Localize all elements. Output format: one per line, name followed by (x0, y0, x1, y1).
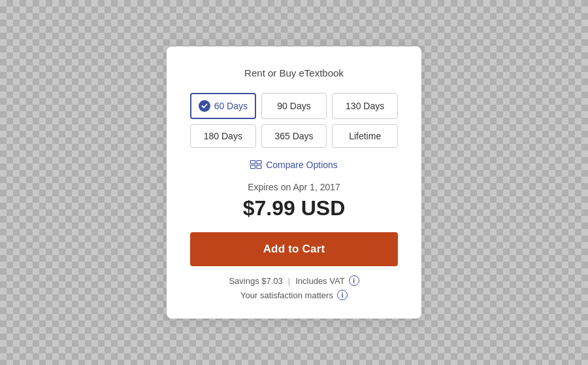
duration-btn-90[interactable]: 90 Days (261, 93, 327, 119)
duration-label-lifetime: Lifetime (349, 131, 381, 141)
duration-label-365: 365 Days (274, 131, 313, 141)
duration-btn-365[interactable]: 365 Days (261, 124, 327, 148)
compare-icon (250, 160, 262, 169)
duration-label-180: 180 Days (204, 131, 242, 141)
duration-label-130: 130 Days (346, 101, 384, 111)
duration-btn-60[interactable]: 60 Days (190, 93, 256, 119)
savings-text: Savings $7.03 (229, 276, 282, 286)
duration-btn-180[interactable]: 180 Days (190, 124, 256, 148)
svg-rect-1 (251, 165, 255, 169)
duration-label-90: 90 Days (277, 101, 310, 111)
satisfaction-row: Your satisfaction matters i (240, 290, 348, 300)
duration-label-60: 60 Days (214, 101, 248, 111)
duration-grid: 60 Days 90 Days 130 Days 180 Days 365 Da… (190, 93, 398, 148)
add-to-cart-button[interactable]: Add to Cart (190, 232, 398, 266)
vat-text: Includes VAT (295, 276, 344, 286)
svg-rect-2 (257, 161, 261, 164)
check-icon (199, 100, 210, 112)
savings-divider: | (288, 276, 290, 286)
svg-rect-0 (251, 161, 255, 164)
price-text: $7.99 USD (243, 196, 346, 220)
purchase-card: Rent or Buy eTextbook 60 Days 90 Days 13… (167, 46, 421, 319)
svg-rect-3 (257, 165, 261, 169)
card-title: Rent or Buy eTextbook (244, 67, 344, 78)
compare-options-link[interactable]: Compare Options (250, 160, 338, 170)
vat-info-icon[interactable]: i (349, 275, 359, 286)
satisfaction-info-icon[interactable]: i (337, 290, 348, 300)
satisfaction-text: Your satisfaction matters (240, 290, 333, 300)
duration-btn-lifetime[interactable]: Lifetime (332, 124, 398, 148)
savings-row: Savings $7.03 | Includes VAT i (229, 275, 359, 286)
duration-btn-130[interactable]: 130 Days (332, 93, 398, 119)
compare-options-label: Compare Options (266, 160, 338, 170)
expires-text: Expires on Apr 1, 2017 (248, 182, 340, 192)
